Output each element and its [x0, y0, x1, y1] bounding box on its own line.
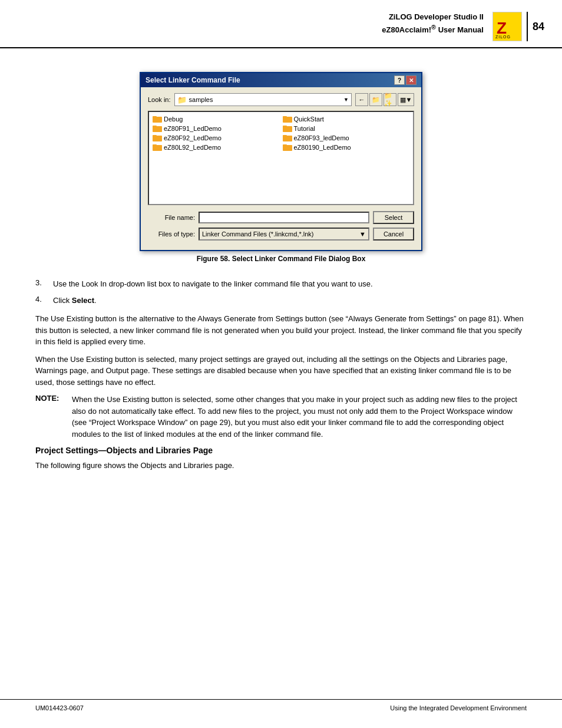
svg-rect-16: [153, 144, 157, 146]
step-4-text: Click Select.: [53, 295, 97, 307]
lookin-label: Look in:: [148, 96, 171, 103]
header-line1: ZiLOG Developer Studio II: [389, 12, 484, 21]
list-item[interactable]: QuickStart: [282, 114, 411, 123]
section-text: The following figure shows the Objects a…: [35, 460, 527, 472]
toolbar-icons: ← 📁 📁✨ ▦▼: [355, 93, 414, 106]
list-item[interactable]: eZ80L92_LedDemo: [151, 143, 281, 151]
dialog-container: Select Linker Command File ? ✕ Look in: …: [35, 72, 527, 272]
new-folder-button[interactable]: 📁✨: [384, 93, 396, 106]
lookin-value: samples: [189, 96, 342, 103]
filetype-arrow-icon: ▼: [359, 230, 366, 238]
svg-rect-12: [153, 135, 157, 137]
back-button[interactable]: ←: [355, 93, 368, 106]
up-folder-button[interactable]: 📁: [369, 93, 382, 106]
folder-icon: 📁: [177, 95, 187, 104]
footer-section: Using the Integrated Development Environ…: [390, 704, 527, 711]
note-row: NOTE: When the Use Existing button is se…: [35, 394, 527, 440]
section-heading: Project Settings—Objects and Libraries P…: [35, 446, 527, 455]
list-item[interactable]: eZ80F92_LedDemo: [151, 133, 281, 142]
lookin-row: Look in: 📁 samples ▼ ← 📁 📁✨ ▦▼: [148, 93, 414, 106]
filetype-row: Files of type: Linker Command Files (*.l…: [148, 228, 414, 241]
main-content: Select Linker Command File ? ✕ Look in: …: [0, 48, 562, 489]
footer-doc-number: UM014423-0607: [35, 704, 84, 711]
paragraph-1: The Use Existing button is the alternati…: [35, 313, 527, 348]
filetype-dropdown[interactable]: Linker Command Files (*.linkcmd,*.lnk) ▼: [199, 228, 369, 241]
list-item[interactable]: eZ80F93_ledDemo: [282, 133, 411, 142]
file-list[interactable]: Debug QuickStart eZ80F91_LedDemo Tutoria…: [148, 111, 414, 205]
filetype-label: Files of type:: [148, 230, 195, 238]
select-button[interactable]: Select: [373, 211, 414, 224]
svg-text:ZILOG: ZILOG: [495, 35, 511, 39]
svg-rect-10: [283, 126, 287, 127]
close-button[interactable]: ✕: [406, 75, 416, 85]
help-button[interactable]: ?: [394, 75, 405, 85]
zilog-logo: Z ZILOG: [492, 12, 522, 41]
step-4-number: 4.: [35, 295, 47, 307]
header-text: ZiLOG Developer Studio II eZ80Acclaim!® …: [382, 12, 484, 35]
page-footer: UM014423-0607 Using the Integrated Devel…: [0, 699, 562, 716]
svg-rect-6: [283, 116, 287, 118]
lookin-dropdown[interactable]: 📁 samples ▼: [174, 93, 352, 106]
cancel-button[interactable]: Cancel: [373, 228, 414, 241]
step-3-number: 3.: [35, 278, 47, 290]
paragraph-2: When the Use Existing button is selected…: [35, 354, 527, 388]
figure-caption: Figure 58. Select Linker Command File Di…: [197, 255, 366, 263]
step-3-text: Use the Look In drop-down list box to na…: [53, 278, 373, 290]
views-button[interactable]: ▦▼: [398, 93, 414, 106]
win-dialog: Select Linker Command File ? ✕ Look in: …: [140, 72, 422, 251]
svg-rect-4: [153, 116, 157, 118]
win-titlebar: Select Linker Command File ? ✕: [141, 73, 421, 87]
list-item[interactable]: Debug: [151, 114, 281, 123]
step-4: 4. Click Select.: [35, 295, 527, 307]
filename-row: File name: Select: [148, 211, 414, 224]
filename-label: File name:: [148, 214, 195, 221]
step-3: 3. Use the Look In drop-down list box to…: [35, 278, 527, 290]
svg-rect-18: [283, 144, 287, 146]
svg-rect-14: [283, 135, 287, 137]
page-number-area: Z ZILOG 84: [492, 12, 544, 41]
titlebar-buttons: ? ✕: [394, 75, 416, 85]
header-line2: eZ80Acclaim!® User Manual: [382, 25, 484, 34]
dropdown-arrow-icon: ▼: [343, 97, 349, 103]
dialog-body: Look in: 📁 samples ▼ ← 📁 📁✨ ▦▼: [141, 87, 421, 250]
page-header: ZiLOG Developer Studio II eZ80Acclaim!® …: [0, 0, 562, 48]
note-text: When the Use Existing button is selected…: [72, 394, 527, 440]
dialog-title: Select Linker Command File: [146, 76, 240, 84]
list-item[interactable]: eZ80190_LedDemo: [282, 143, 411, 151]
page-number: 84: [533, 21, 544, 33]
list-item[interactable]: Tutorial: [282, 124, 411, 133]
list-item[interactable]: eZ80F91_LedDemo: [151, 124, 281, 133]
filename-input[interactable]: [199, 212, 369, 223]
filetype-value: Linker Command Files (*.linkcmd,*.lnk): [202, 230, 314, 238]
note-label: NOTE:: [35, 394, 65, 440]
svg-rect-8: [153, 126, 157, 127]
